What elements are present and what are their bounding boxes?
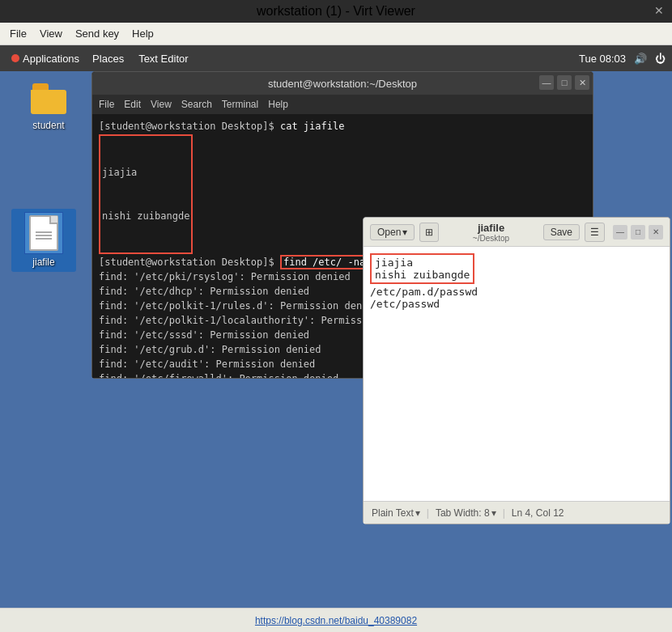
term-menu-view[interactable]: View (151, 99, 172, 110)
editor-window: Open ▾ ⊞ jiafile ~/Desktop Save ☰ — □ ✕ … (363, 217, 670, 524)
term-highlighted-line-2: nishi zuibangde (102, 209, 189, 223)
editor-open-btn[interactable]: Open ▾ (370, 224, 415, 240)
system-title: workstation (1) - Virt Viewer (257, 4, 415, 19)
system-titlebar: workstation (1) - Virt Viewer ✕ (0, 0, 672, 23)
plain-text-status[interactable]: Plain Text ▾ (372, 507, 420, 519)
term-menu-file[interactable]: File (99, 99, 114, 110)
menu-view[interactable]: View (33, 26, 69, 41)
editor-photo-icon: ⊞ (425, 227, 433, 238)
file-shape (29, 215, 58, 251)
folder-body (31, 90, 66, 114)
file-fold (49, 216, 57, 224)
clock: Tue 08:03 (579, 53, 626, 65)
applications-label: Applications (23, 53, 79, 65)
editor-maximize-btn[interactable]: □ (631, 225, 645, 240)
student-folder-icon[interactable]: student (16, 79, 81, 131)
menu-file[interactable]: File (3, 26, 33, 41)
editor-minimize-btn[interactable]: — (613, 225, 627, 240)
editor-statusbar: Plain Text ▾ | Tab Width: 8 ▾ | Ln 4, Co… (364, 501, 670, 524)
status-sep-2: | (503, 507, 505, 519)
terminal-minimize-btn[interactable]: — (539, 75, 554, 90)
editor-close-btn[interactable]: ✕ (649, 225, 663, 240)
tab-width-status[interactable]: Tab Width: 8 ▾ (436, 507, 496, 519)
menu-sendkey[interactable]: Send key (69, 26, 125, 41)
student-folder-image (29, 79, 68, 118)
term-menu-help[interactable]: Help (268, 99, 288, 110)
plain-text-chevron: ▾ (415, 507, 420, 519)
editor-save-btn[interactable]: Save (543, 224, 580, 240)
terminal-titlebar: student@workstation:~/Desktop — □ ✕ (92, 72, 593, 95)
editor-line-4: /etc/passwd (370, 298, 663, 310)
bottom-url[interactable]: https://blog.csdn.net/baidu_40389082 (255, 615, 417, 626)
panel-right: Tue 08:03 🔊 ⏻ (579, 53, 666, 65)
jiafile-icon-label: jiafile (30, 256, 57, 269)
file-lines (36, 231, 52, 240)
jiafile-icon-image (24, 212, 63, 254)
power-icon[interactable]: ⏻ (655, 53, 666, 65)
volume-icon[interactable]: 🔊 (634, 53, 647, 65)
editor-line-1: jiajia (375, 257, 470, 269)
text-editor-menu[interactable]: Text Editor (132, 51, 194, 66)
terminal-close-btn[interactable]: ✕ (575, 75, 589, 90)
applications-dot (11, 54, 19, 62)
terminal-menubar: File Edit View Search Terminal Help (92, 95, 593, 114)
tab-width-chevron: ▾ (491, 507, 496, 519)
editor-hamburger-btn[interactable]: ☰ (585, 223, 605, 242)
terminal-window-buttons: — □ ✕ (539, 75, 589, 90)
editor-window-buttons: — □ ✕ (613, 225, 663, 240)
term-line-highlight-block: jiajia nishi zuibangde (99, 134, 193, 254)
status-sep-1: | (427, 507, 429, 519)
position-status: Ln 4, Col 12 (512, 507, 564, 519)
editor-photo-btn[interactable]: ⊞ (419, 223, 439, 242)
desktop: student Trash (0, 71, 672, 608)
editor-title-area: jiafile ~/Desktop (444, 222, 538, 243)
jiafile-icon[interactable]: jiafile (11, 209, 76, 272)
editor-content[interactable]: jiajia nishi zuibangde /etc/pam.d/passwd… (364, 247, 670, 501)
applications-menu[interactable]: Applications (6, 51, 84, 66)
system-close-btn[interactable]: ✕ (654, 4, 664, 17)
terminal-maximize-btn[interactable]: □ (557, 75, 572, 90)
bottom-bar[interactable]: https://blog.csdn.net/baidu_40389082 (0, 608, 672, 632)
term-line-1: [student@workstation Desktop]$ cat jiafi… (99, 119, 586, 134)
editor-line-3: /etc/pam.d/passwd (370, 286, 663, 298)
term-menu-edit[interactable]: Edit (124, 99, 141, 110)
plain-text-label: Plain Text (372, 507, 414, 519)
term-highlighted-line-1: jiajia (102, 165, 189, 180)
folder-tab (32, 83, 49, 90)
term-menu-terminal[interactable]: Terminal (222, 99, 258, 110)
app-menubar: File View Send key Help (0, 23, 672, 45)
editor-open-chevron: ▾ (402, 227, 407, 238)
menu-help[interactable]: Help (125, 26, 160, 41)
terminal-title: student@workstation:~/Desktop (268, 78, 417, 90)
term-menu-search[interactable]: Search (181, 99, 212, 110)
student-icon-label: student (32, 120, 64, 131)
editor-open-label: Open (377, 227, 401, 238)
editor-line-2: nishi zuibangde (375, 269, 470, 281)
editor-highlighted-block: jiajia nishi zuibangde (370, 253, 474, 284)
tab-width-label: Tab Width: 8 (436, 507, 490, 519)
editor-filename: jiafile (478, 222, 504, 234)
editor-filepath: ~/Desktop (473, 234, 509, 243)
top-panel: Applications Places Text Editor Tue 08:0… (0, 45, 672, 71)
places-menu[interactable]: Places (86, 51, 130, 66)
editor-titlebar: Open ▾ ⊞ jiafile ~/Desktop Save ☰ — □ ✕ (364, 218, 670, 247)
